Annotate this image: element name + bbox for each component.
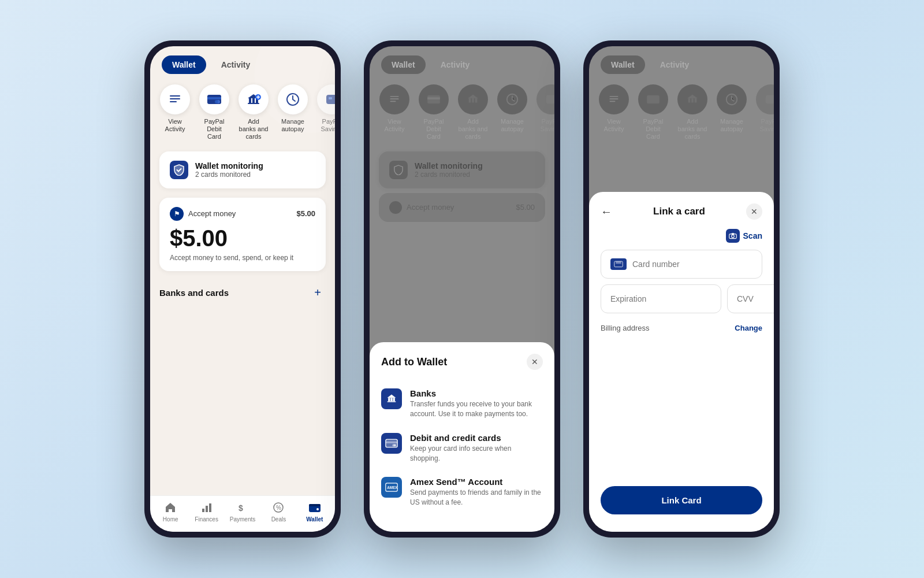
qa-autopay-label-bg: Manageautopay (501, 118, 524, 133)
qa4-bg3: Manageautopay (714, 84, 750, 141)
tab-wallet[interactable]: Wallet (162, 55, 206, 74)
debit-credit-text: Debit and credit cards Keep your card in… (410, 433, 543, 464)
nav-wallet[interactable]: Wallet (297, 501, 333, 523)
card-number-field[interactable] (632, 260, 752, 269)
svg-rect-17 (202, 509, 204, 512)
flag-icon: ⚑ (170, 207, 184, 221)
monitoring-text-bg: Wallet monitoring 2 cards monitored (415, 161, 483, 179)
scan-label[interactable]: Scan (743, 231, 762, 240)
accept-amount-bg: $5.00 (516, 203, 535, 212)
link-card-title: Link a card (653, 206, 705, 217)
shield-bg (389, 161, 408, 179)
svg-rect-58 (731, 233, 734, 234)
card-chip-icon (610, 258, 627, 270)
modal-item-banks[interactable]: Banks Transfer funds you receive to your… (381, 381, 543, 426)
add-banks-label: Addbanks andcards (239, 118, 269, 141)
svg-rect-7 (249, 98, 251, 103)
modal-item-amex[interactable]: AMEX Amex Send™ Account Send payments to… (381, 470, 543, 514)
tab-activity-bg3: Activity (650, 55, 700, 74)
qa-savings-label-bg: PayPalSavings (540, 118, 554, 133)
qa-label-bg: ViewActivity (385, 118, 405, 133)
svg-rect-55 (766, 95, 774, 104)
screen-wallet-main: Wallet Activity ViewActivity (150, 46, 335, 532)
qa5-label-bg3: PayPalSavings (759, 118, 774, 133)
qa2-bg3: PayPalDebitCard (635, 84, 671, 141)
billing-row: Billing address Change (601, 324, 762, 332)
nav-home[interactable]: Home (152, 501, 188, 523)
qa5-bg3: PayPalSavings (753, 84, 774, 141)
add-banks-cards-button[interactable]: + (310, 285, 326, 301)
modal-title: Add to Wallet (381, 356, 447, 368)
accept-description: Accept money to send, spend, or keep it (170, 254, 315, 262)
qa2-label-bg3: PayPalDebitCard (643, 118, 664, 141)
cvv-input[interactable]: ? (727, 284, 774, 313)
accept-money-section[interactable]: ⚑ Accept money $5.00 $5.00 Accept money … (159, 198, 326, 271)
svg-rect-39 (388, 401, 396, 402)
svg-rect-8 (252, 98, 255, 103)
link-card-button[interactable]: Link Card (601, 486, 762, 514)
modal-header: Add to Wallet ✕ (381, 354, 543, 370)
link-card-close-button[interactable]: ✕ (746, 203, 762, 220)
svg-rect-4 (207, 97, 221, 99)
qa-view-activity-bg: ViewActivity (377, 84, 412, 141)
accept-label-bg: Accept money (407, 203, 454, 212)
monitoring-card-bg: Wallet monitoring 2 cards monitored (379, 151, 545, 188)
nav-finances[interactable]: Finances (188, 501, 224, 523)
svg-rect-60 (616, 261, 621, 264)
quick-action-view-activity[interactable]: ViewActivity (157, 84, 193, 141)
qa2-icon-bg3 (638, 84, 668, 114)
nav-payments-label: Payments (230, 516, 255, 523)
qa3-icon-bg3 (677, 84, 707, 114)
savings-icon (317, 84, 335, 114)
nav-payments[interactable]: $ Payments (225, 501, 260, 523)
svg-rect-47 (610, 96, 619, 97)
svg-text:%: % (276, 505, 281, 511)
banks-cards-row: Banks and cards + (159, 280, 326, 306)
nav-deals-label: Deals (271, 516, 286, 523)
amex-text: Amex Send™ Account Send payments to frie… (410, 477, 543, 507)
svg-point-25 (316, 508, 319, 510)
qa4-label-bg3: Manageautopay (720, 118, 743, 133)
tab-activity[interactable]: Activity (211, 55, 261, 74)
nav-home-label: Home (163, 516, 178, 523)
banks-icon (381, 388, 402, 409)
svg-rect-51 (688, 98, 691, 102)
svg-rect-37 (390, 398, 392, 402)
accept-label: Accept money (188, 209, 236, 218)
svg-rect-1 (170, 98, 180, 99)
quick-action-paypal-debit[interactable]: PayPalDebitCard (196, 84, 232, 141)
expiration-input[interactable] (601, 284, 721, 313)
bottom-nav: Home Finances $ Payments (150, 495, 335, 532)
link-card-panel: ← Link a card ✕ Scan (589, 192, 774, 532)
svg-rect-48 (610, 98, 619, 99)
banks-title: Banks (410, 388, 543, 398)
svg-text:AMEX: AMEX (387, 486, 398, 490)
view-activity-icon (160, 84, 190, 114)
expiration-field[interactable] (610, 294, 711, 303)
monitoring-text: Wallet monitoring 2 cards monitored (195, 161, 263, 179)
banks-cards-label: Banks and cards (159, 288, 229, 298)
modal-close-button[interactable]: ✕ (527, 354, 543, 370)
card-number-input[interactable] (601, 250, 762, 279)
wallet-monitoring-card[interactable]: Wallet monitoring 2 cards monitored (159, 151, 326, 188)
savings-label: PayPalSavings (321, 118, 335, 133)
nav-wallet-label: Wallet (306, 516, 323, 523)
modal-item-debit-credit[interactable]: Debit and credit cards Keep your card in… (381, 426, 543, 470)
finances-icon (200, 501, 214, 514)
svg-point-44 (392, 444, 394, 446)
billing-label: Billing address (601, 324, 650, 332)
paypal-debit-label: PayPalDebitCard (204, 118, 225, 141)
link-card-header: ← Link a card ✕ (601, 203, 762, 220)
svg-rect-27 (390, 98, 399, 99)
home-icon (163, 501, 177, 514)
nav-deals[interactable]: % Deals (260, 501, 296, 523)
cvv-field[interactable] (737, 294, 774, 303)
svg-text:$: $ (239, 503, 243, 513)
back-button[interactable]: ← (601, 205, 612, 218)
svg-rect-28 (390, 101, 396, 102)
quick-action-savings[interactable]: PayPalSavings (314, 84, 335, 141)
monitoring-title: Wallet monitoring (195, 161, 263, 171)
svg-point-6 (215, 100, 218, 103)
qa1-label-bg3: ViewActivity (604, 118, 624, 133)
change-link[interactable]: Change (735, 324, 762, 332)
